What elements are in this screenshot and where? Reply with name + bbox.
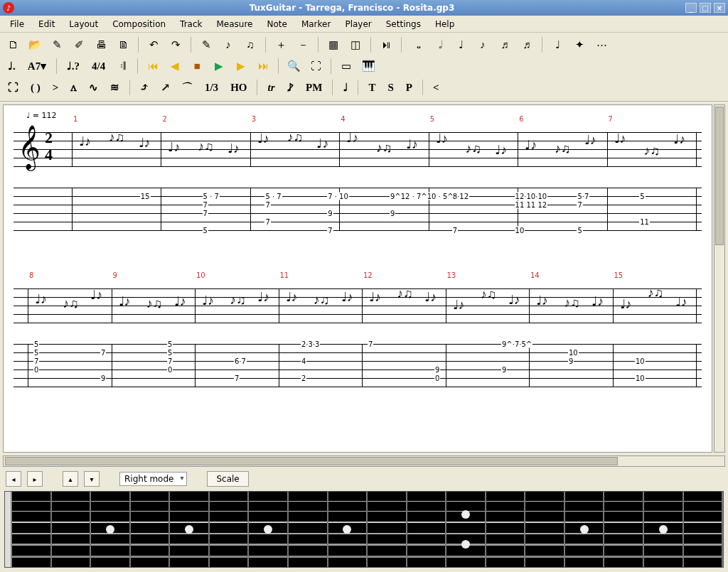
duration-half-button[interactable]: 𝅗𝅥 [429, 36, 449, 54]
direction-down-button[interactable]: ▾ [84, 471, 100, 487]
transport-stop-button[interactable]: ■ [187, 57, 207, 75]
tab-fret-number[interactable]: 0 [167, 366, 173, 374]
piano-view-button[interactable]: 🎹 [358, 57, 378, 75]
hammer-button[interactable]: ⌒ [177, 78, 198, 97]
tab-fret-number[interactable]: 5 [577, 227, 582, 234]
fret-8[interactable] [289, 492, 328, 567]
duration-quarter-button[interactable]: ♩ [451, 36, 471, 54]
trill-alt-button[interactable]: ≋ [105, 78, 124, 97]
scroll-right-button[interactable]: ▸ [27, 471, 43, 487]
fullscreen-button[interactable]: ⛶ [3, 78, 23, 97]
menu-help[interactable]: Help [429, 18, 460, 31]
note-group[interactable]: ♩♪ [174, 293, 186, 309]
note-group[interactable]: ♪♫ [198, 139, 214, 154]
menu-track[interactable]: Track [174, 18, 208, 31]
note-group[interactable]: ♩♪ [202, 293, 214, 308]
menu-edit[interactable]: Edit [33, 18, 60, 31]
note-group[interactable]: ♩♪ [168, 139, 180, 155]
text-button[interactable]: T [363, 78, 380, 97]
save-file-button[interactable]: ✎ [47, 36, 67, 54]
duration-eighth-button[interactable]: ♪ [473, 36, 493, 54]
tab-fret-number[interactable]: 15 [140, 193, 151, 200]
tab-fret-number[interactable]: 8·12 [452, 193, 469, 200]
fret-6[interactable] [210, 492, 250, 567]
tab-fret-number[interactable]: 7 [264, 218, 270, 226]
menu-note[interactable]: Note [262, 18, 293, 31]
transport-next-button[interactable]: ▶ [231, 57, 251, 75]
duration-16th-button[interactable]: ♬ [495, 36, 515, 54]
harmonic-button[interactable]: HO [225, 78, 252, 97]
grace-button[interactable]: ♪̷ [282, 78, 299, 97]
tab-fret-number[interactable]: 5 [167, 349, 173, 357]
tab-fret-number[interactable]: 4 [301, 357, 306, 365]
tab-fret-number[interactable]: 7 [100, 349, 106, 357]
note-group[interactable]: ♪♫ [63, 296, 79, 311]
print-button[interactable]: 🖶 [91, 36, 111, 54]
note-group[interactable]: ♩♪ [436, 131, 448, 146]
edit-mode-button[interactable]: ✎ [196, 36, 216, 54]
voice-properties-button[interactable]: ♪ [218, 36, 238, 54]
tab-fret-number[interactable]: 2 [301, 374, 306, 382]
transport-button[interactable]: ⏯ [376, 36, 396, 54]
note-group[interactable]: ♩♪ [257, 131, 269, 146]
note-group[interactable]: ♪♫ [109, 130, 125, 145]
note-group[interactable]: ♩♪ [316, 136, 328, 151]
fret-17[interactable] [644, 492, 684, 567]
fret-7[interactable] [249, 492, 289, 567]
tab-fret-number[interactable]: 10 [635, 357, 646, 365]
menu-file[interactable]: File [4, 18, 30, 31]
vertical-scrollbar[interactable] [714, 104, 725, 453]
note-group[interactable]: ♩♪ [90, 287, 102, 303]
note-group[interactable]: ♪♫ [564, 296, 580, 311]
tab-fret-number[interactable]: 7 [368, 340, 373, 348]
note-group[interactable]: ♩♪ [525, 137, 537, 153]
tab-fret-number[interactable]: 2·3·3 [301, 340, 320, 348]
zoom-reset-button[interactable]: ⛶ [306, 57, 326, 75]
fret-2[interactable] [52, 492, 92, 567]
note-group[interactable]: ♪♫ [643, 144, 660, 158]
note-group[interactable]: ♪♫ [466, 141, 482, 156]
tab-fret-number[interactable]: 0 [33, 366, 39, 374]
score-canvas[interactable]: ♩ = 112𝄞241♩♪♪♫♩♪2♩♪♪♫♩♪3♩♪♪♫♩♪4♩♪♪♫♩♪5♩… [3, 104, 712, 453]
tab-fret-number[interactable]: 7 [167, 357, 173, 365]
effect-button[interactable]: ✦ [569, 36, 589, 54]
note-group[interactable]: ♩♪ [495, 142, 507, 158]
fretboard-panel[interactable] [4, 491, 724, 568]
tab-fret-number[interactable]: 7 [327, 227, 333, 234]
tab-fret-number[interactable]: 11 11 12 [515, 201, 548, 209]
note-group[interactable]: ♩♪ [369, 289, 381, 305]
note-group[interactable]: ♪♫ [397, 286, 413, 301]
menu-settings[interactable]: Settings [380, 18, 427, 31]
fret-9[interactable] [328, 492, 368, 567]
fret-16[interactable] [604, 492, 644, 567]
zoom-out-button[interactable]: 🔍 [284, 57, 304, 75]
redo-button[interactable]: ↷ [166, 36, 186, 54]
tie-button[interactable]: ♩.? [62, 57, 85, 75]
trill-button[interactable]: tr [262, 78, 279, 97]
tab-fret-number[interactable]: 6·7 [234, 357, 247, 365]
tab-fret-number[interactable]: 7 [234, 374, 240, 382]
tab-fret-number[interactable]: 7 · 10 [327, 193, 349, 200]
note-group[interactable]: ♩♪ [584, 132, 596, 148]
note-group[interactable]: ♩♪ [257, 289, 269, 305]
note-group[interactable]: ♩♪ [536, 293, 548, 308]
tab-fret-number[interactable]: 5 · 7 [264, 193, 282, 200]
duration-whole-button[interactable]: 𝅝 [407, 36, 427, 54]
note-group[interactable]: ♩♪ [346, 130, 358, 146]
direction-up-button[interactable]: ▴ [63, 471, 78, 487]
tab-fret-number[interactable]: 9 [100, 374, 106, 382]
note-group[interactable]: ♩♪ [79, 134, 91, 149]
note-group[interactable]: ♪♫ [314, 293, 330, 308]
fret-15[interactable] [565, 492, 605, 567]
note-group[interactable]: ♪♫ [287, 130, 304, 145]
tab-fret-number[interactable]: 5 [639, 193, 645, 200]
menu-marker[interactable]: Marker [296, 18, 336, 31]
tab-fret-number[interactable]: 5 [203, 227, 208, 234]
fret-5[interactable] [170, 492, 210, 567]
fret-1[interactable] [12, 492, 52, 567]
note-group[interactable]: ♩♪ [406, 136, 418, 152]
vibrato-button[interactable]: ∿ [84, 78, 103, 97]
open-file-button[interactable]: 📂 [25, 36, 45, 54]
maximize-button[interactable]: □ [700, 3, 711, 13]
palm-mute-button[interactable]: PM [301, 78, 327, 97]
